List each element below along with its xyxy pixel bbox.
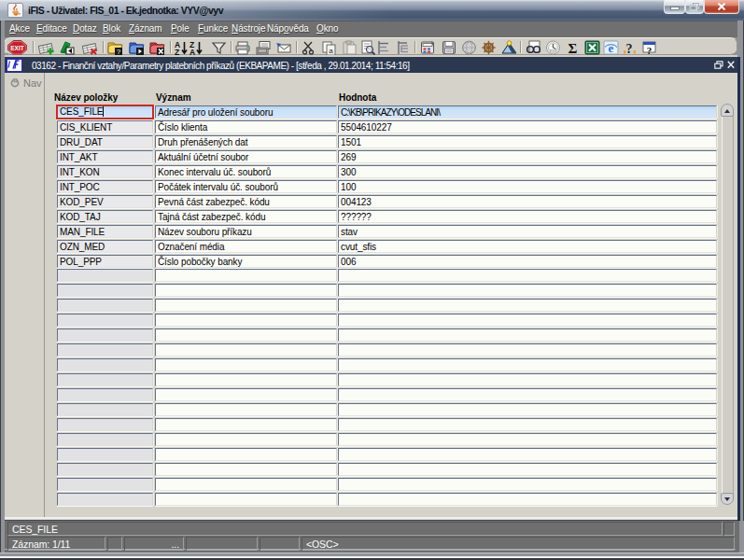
- svg-text:A: A: [190, 48, 195, 56]
- svg-text:Σ: Σ: [569, 41, 578, 55]
- svg-text:?: ?: [117, 48, 120, 55]
- svg-text:?: ?: [626, 42, 633, 56]
- svg-text:a: a: [329, 47, 333, 55]
- svg-text:EXIT: EXIT: [10, 45, 23, 51]
- svg-text:?: ?: [647, 45, 653, 56]
- svg-text:e: e: [609, 41, 614, 55]
- svg-text:Z: Z: [175, 48, 179, 56]
